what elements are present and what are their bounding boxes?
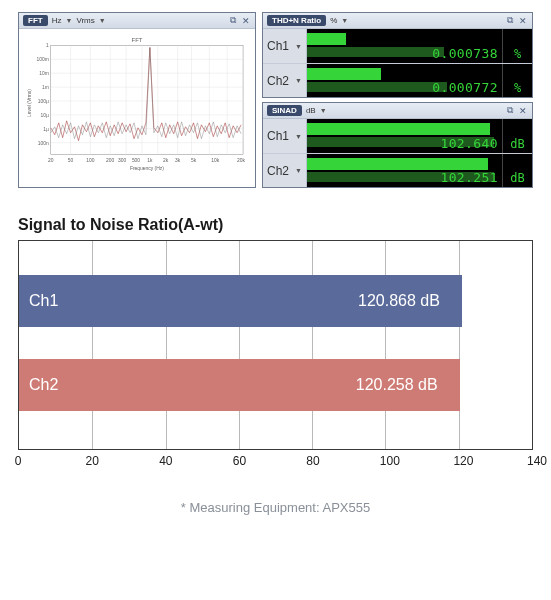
fft-x-unit: Hz — [52, 16, 62, 25]
meter-bar: 0.000772 — [307, 64, 502, 97]
thd-unit-label: % — [330, 16, 337, 25]
close-icon[interactable]: ✕ — [518, 16, 528, 26]
fft-title: FFT — [132, 37, 143, 43]
dropdown-icon[interactable]: ▼ — [99, 17, 106, 24]
x-tick: 80 — [306, 454, 318, 468]
svg-text:5k: 5k — [191, 158, 197, 163]
svg-text:3k: 3k — [175, 158, 181, 163]
meter-value: 0.000738 — [432, 46, 498, 61]
svg-text:Level (Vrms): Level (Vrms) — [27, 89, 32, 117]
channel-label[interactable]: Ch2▼ — [263, 154, 307, 187]
fft-y-unit: Vrms — [76, 16, 94, 25]
thd-header: THD+N Ratio % ▼ ⧉ ✕ — [263, 13, 532, 29]
meter-bar: 0.000738 — [307, 29, 502, 63]
meter-value: 0.000772 — [432, 80, 498, 95]
svg-text:20k: 20k — [237, 158, 245, 163]
snr-section: Signal to Noise Ratio(A-wt) Ch1120.868 d… — [18, 216, 533, 474]
svg-text:1µ: 1µ — [43, 127, 49, 132]
snr-chart: Ch1120.868 dBCh2120.258 dB — [18, 240, 533, 450]
top-panels: FFT Hz ▼ Vrms ▼ ⧉ ✕ FFT — [18, 12, 533, 188]
svg-text:300: 300 — [118, 158, 126, 163]
close-icon[interactable]: ✕ — [241, 16, 251, 26]
x-tick: 0 — [12, 454, 24, 468]
x-tick: 100 — [380, 454, 392, 468]
dropdown-icon[interactable]: ▼ — [65, 17, 72, 24]
chevron-down-icon: ▼ — [295, 167, 302, 174]
close-icon[interactable]: ✕ — [518, 106, 528, 116]
meter-column: THD+N Ratio % ▼ ⧉ ✕ Ch1▼ 0.000738 % — [262, 12, 533, 188]
meter-unit: % — [502, 29, 532, 63]
meter-bar: 102.640 — [307, 119, 502, 153]
svg-text:100n: 100n — [38, 141, 49, 146]
channel-label[interactable]: Ch2▼ — [263, 64, 307, 97]
thd-badge: THD+N Ratio — [267, 15, 326, 26]
meter-unit: dB — [502, 119, 532, 153]
sinad-rows: Ch1▼ 102.640 dB Ch2▼ 102.251 dB — [263, 119, 532, 187]
meter-row: Ch2▼ 102.251 dB — [263, 153, 532, 187]
fft-header: FFT Hz ▼ Vrms ▼ ⧉ ✕ — [19, 13, 255, 29]
popout-icon[interactable]: ⧉ — [228, 16, 238, 26]
snr-bar-value: 120.868 dB — [358, 292, 452, 310]
footnote: * Measuring Equipment: APX555 — [18, 500, 533, 515]
thd-panel: THD+N Ratio % ▼ ⧉ ✕ Ch1▼ 0.000738 % — [262, 12, 533, 98]
svg-text:Frequency (Hz): Frequency (Hz) — [130, 166, 164, 171]
x-tick: 60 — [233, 454, 245, 468]
popout-icon[interactable]: ⧉ — [505, 106, 515, 116]
svg-text:50: 50 — [68, 158, 74, 163]
meter-value: 102.251 — [440, 170, 498, 185]
x-tick: 20 — [86, 454, 98, 468]
fft-spectrum-plot: FFT — [23, 33, 251, 173]
svg-text:100m: 100m — [36, 57, 48, 62]
snr-bar-label: Ch2 — [29, 376, 58, 394]
snr-x-axis: 020406080100120140 — [18, 454, 533, 474]
channel-label[interactable]: Ch1▼ — [263, 29, 307, 63]
snr-bar-ch1: Ch1120.868 dB — [19, 275, 462, 327]
svg-text:2k: 2k — [163, 158, 169, 163]
svg-text:200: 200 — [106, 158, 114, 163]
chevron-down-icon: ▼ — [295, 43, 302, 50]
x-tick: 140 — [527, 454, 539, 468]
meter-unit: dB — [502, 154, 532, 187]
meter-unit: % — [502, 64, 532, 97]
svg-text:1k: 1k — [147, 158, 153, 163]
meter-row: Ch1▼ 0.000738 % — [263, 29, 532, 63]
svg-text:500: 500 — [132, 158, 140, 163]
snr-bar-value: 120.258 dB — [356, 376, 450, 394]
meter-row: Ch1▼ 102.640 dB — [263, 119, 532, 153]
sinad-unit-label: dB — [306, 106, 316, 115]
thd-rows: Ch1▼ 0.000738 % Ch2▼ 0.000772 % — [263, 29, 532, 97]
meter-bar: 102.251 — [307, 154, 502, 187]
svg-text:10µ: 10µ — [40, 113, 48, 118]
snr-title: Signal to Noise Ratio(A-wt) — [18, 216, 533, 234]
snr-bar-ch2: Ch2120.258 dB — [19, 359, 460, 411]
chevron-down-icon: ▼ — [295, 133, 302, 140]
sinad-badge: SINAD — [267, 105, 302, 116]
dropdown-icon[interactable]: ▼ — [341, 17, 348, 24]
svg-text:1: 1 — [46, 43, 49, 48]
sinad-header: SINAD dB ▼ ⧉ ✕ — [263, 103, 532, 119]
sinad-panel: SINAD dB ▼ ⧉ ✕ Ch1▼ 102.640 dB — [262, 102, 533, 188]
svg-text:10k: 10k — [211, 158, 219, 163]
snr-bar-label: Ch1 — [29, 292, 58, 310]
x-tick: 40 — [159, 454, 171, 468]
svg-text:20: 20 — [48, 158, 54, 163]
fft-plot-area: FFT — [19, 29, 255, 180]
meter-value: 102.640 — [440, 136, 498, 151]
svg-text:100µ: 100µ — [38, 99, 49, 104]
fft-badge: FFT — [23, 15, 48, 26]
x-tick: 120 — [453, 454, 465, 468]
dropdown-icon[interactable]: ▼ — [320, 107, 327, 114]
svg-text:100: 100 — [86, 158, 94, 163]
channel-label[interactable]: Ch1▼ — [263, 119, 307, 153]
svg-text:10m: 10m — [39, 71, 49, 76]
meter-row: Ch2▼ 0.000772 % — [263, 63, 532, 97]
chevron-down-icon: ▼ — [295, 77, 302, 84]
popout-icon[interactable]: ⧉ — [505, 16, 515, 26]
fft-panel: FFT Hz ▼ Vrms ▼ ⧉ ✕ FFT — [18, 12, 256, 188]
svg-text:1m: 1m — [42, 85, 49, 90]
